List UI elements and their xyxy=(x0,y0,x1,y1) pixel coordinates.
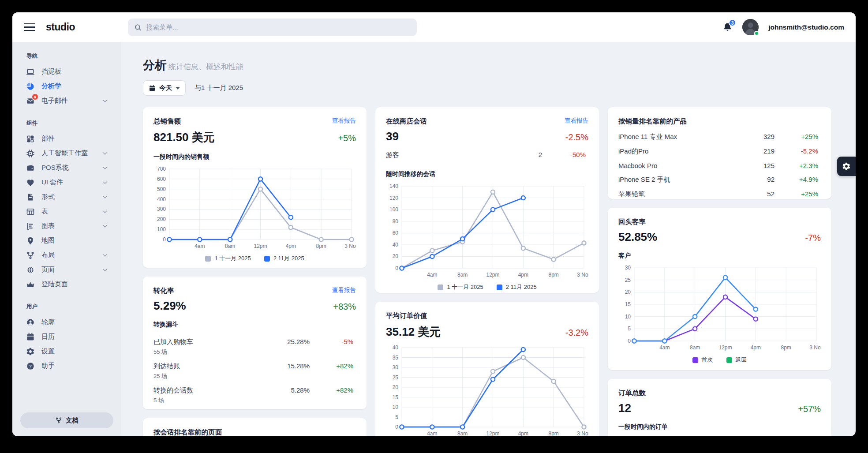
row-delta: -5% xyxy=(310,338,356,345)
chevron-down-icon xyxy=(102,150,108,157)
svg-text:8pm: 8pm xyxy=(548,272,558,278)
legend-swatch xyxy=(264,256,270,262)
search-input[interactable] xyxy=(146,23,411,31)
branch-icon xyxy=(26,251,35,260)
file-icon xyxy=(26,192,35,202)
sidebar-section-label: 用户 xyxy=(26,303,113,311)
svg-text:400: 400 xyxy=(157,196,166,202)
sidebar-item-email[interactable]: 6电子邮件 xyxy=(20,94,113,108)
table-row: iPhone SE 2 手机92+4.9% xyxy=(618,172,821,187)
svg-text:35: 35 xyxy=(393,355,399,361)
svg-text:12pm: 12pm xyxy=(718,344,732,351)
card-title: 按销量排名靠前的产品 xyxy=(618,117,821,126)
sidebar-item-widgets[interactable]: 部件 xyxy=(20,131,113,146)
crown-icon xyxy=(26,280,35,289)
row-label: iPhone 11 专业 Max xyxy=(618,133,733,141)
row-value: 5.28% xyxy=(268,386,310,394)
svg-text:100: 100 xyxy=(389,206,398,213)
svg-text:4am: 4am xyxy=(195,243,205,249)
sidebar-item-forms[interactable]: 形式 xyxy=(20,190,113,204)
sidebar-item-layouts[interactable]: 布局 xyxy=(20,248,113,262)
docs-button[interactable]: 文档 xyxy=(20,412,113,428)
table-row: 转换的会话数5 场5.28%+82% xyxy=(153,383,356,408)
sidebar-item-label: 助手 xyxy=(41,362,108,370)
card-title: 订单总数 xyxy=(618,389,821,398)
help-icon: ? xyxy=(26,361,35,371)
row-sublabel: 5 场 xyxy=(153,397,268,404)
avatar[interactable] xyxy=(742,19,759,35)
sidebar-item-ai-studio[interactable]: 人工智能工作室 xyxy=(20,146,113,161)
legend-item: 1 十一月 2025 xyxy=(205,255,251,262)
visitors-row: 游客 2 -50% xyxy=(386,148,588,162)
sidebar-item-pages[interactable]: 页面 xyxy=(20,262,113,277)
page-subtitle: 统计信息、概述和性能 xyxy=(168,62,243,72)
row-delta: +2.3% xyxy=(774,162,821,169)
hamburger-menu-icon[interactable] xyxy=(24,21,35,34)
row-label: Macbook Pro xyxy=(618,162,733,169)
svg-text:4pm: 4pm xyxy=(518,272,528,278)
sidebar-item-label: POS系统 xyxy=(41,164,102,172)
pie-chart-icon xyxy=(26,82,35,91)
delta-badge: +83% xyxy=(333,302,356,312)
row-value: 92 xyxy=(733,176,774,183)
chevron-down-icon xyxy=(102,223,108,229)
sidebar-item-profile[interactable]: 轮廓 xyxy=(20,315,113,329)
date-filter-button[interactable]: 今天 xyxy=(143,80,186,96)
sidebar-item-label: 登陆页面 xyxy=(41,280,108,288)
sidebar-item-dashboard[interactable]: 挡泥板 xyxy=(20,64,113,79)
map-pin-icon xyxy=(26,236,35,246)
sidebar-item-helper[interactable]: ?助手 xyxy=(20,359,113,373)
svg-text:140: 140 xyxy=(389,183,398,189)
legend-swatch xyxy=(497,285,502,290)
row-value: 2 xyxy=(500,151,542,158)
svg-text:30: 30 xyxy=(625,265,631,271)
svg-text:120: 120 xyxy=(389,195,398,201)
sidebar-item-pos-system[interactable]: POS系统 xyxy=(20,161,113,175)
chevron-down-icon xyxy=(176,87,180,90)
row-delta: +82% xyxy=(310,362,356,370)
sidebar-item-charts[interactable]: 图表 xyxy=(20,219,113,233)
legend-item: 2 11月 2025 xyxy=(497,283,537,291)
row-label: 苹果铅笔 xyxy=(618,190,733,198)
row-value: 25.28% xyxy=(268,338,310,345)
view-report-link[interactable]: 查看报告 xyxy=(565,117,588,125)
sidebar-item-landing-pages[interactable]: 登陆页面 xyxy=(20,277,113,292)
legend-swatch xyxy=(692,357,698,363)
chevron-down-icon xyxy=(102,252,108,258)
svg-text:60: 60 xyxy=(393,230,399,236)
sidebar-item-settings[interactable]: 设置 xyxy=(20,344,113,359)
row-label: 到达结账25 场 xyxy=(153,362,268,380)
settings-fab[interactable] xyxy=(837,157,856,176)
chart-label: 一段时间内的订单 xyxy=(618,423,821,431)
row-sublabel: 25 场 xyxy=(153,372,268,380)
legend-swatch xyxy=(205,256,211,262)
notification-bell-icon[interactable]: 3 xyxy=(722,22,733,32)
svg-text:40: 40 xyxy=(393,242,399,248)
legend-label: 1 十一月 2025 xyxy=(214,255,251,262)
chart-label: 一段时间内的销售额 xyxy=(153,153,356,161)
view-report-link[interactable]: 查看报告 xyxy=(332,286,356,294)
sidebar-item-label: UI 套件 xyxy=(41,178,102,187)
row-label: 游客 xyxy=(386,151,500,159)
svg-text:4am: 4am xyxy=(659,344,670,351)
conversion-rate-card: 转化率 查看报告 5.29% +83% 转换漏斗 已加入购物车55 场25.28… xyxy=(143,277,367,409)
total-orders-card: 订单总数 12 +57% 一段时间内的订单 xyxy=(608,379,831,436)
sidebar-item-ui-kit[interactable]: UI 套件 xyxy=(20,175,113,190)
svg-text:12pm: 12pm xyxy=(486,431,499,436)
svg-text:500: 500 xyxy=(157,186,166,192)
search-bar[interactable] xyxy=(128,19,417,36)
sidebar-item-calendar[interactable]: 日历 xyxy=(20,329,113,344)
chevron-down-icon xyxy=(102,98,108,104)
sidebar-item-label: 挡泥板 xyxy=(41,67,108,76)
svg-text:30: 30 xyxy=(393,364,399,371)
svg-text:15: 15 xyxy=(393,394,399,401)
avg-order-line-chart: 05101520253035404am8am12pm4pm8pm3 Nov xyxy=(386,344,588,436)
sidebar-item-tables[interactable]: 表 xyxy=(20,204,113,219)
sidebar-item-maps[interactable]: 地图 xyxy=(20,233,113,248)
sidebar-item-analytics[interactable]: 分析学 xyxy=(20,79,113,94)
user-email: johnsmith@studio.com xyxy=(768,23,844,31)
page-title: 分析 xyxy=(143,57,167,73)
view-report-link[interactable]: 查看报告 xyxy=(332,117,356,125)
legend-swatch xyxy=(726,357,732,363)
card-value: 52.85% xyxy=(618,230,657,244)
